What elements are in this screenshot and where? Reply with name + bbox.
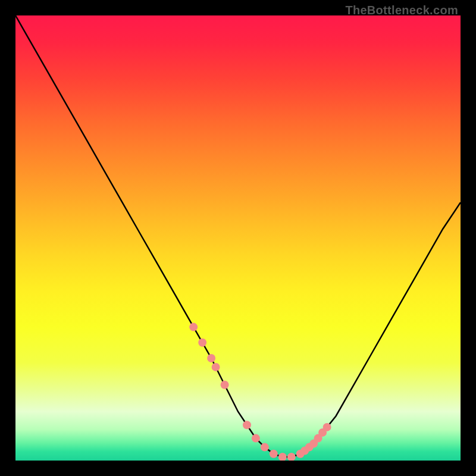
curve-markers — [189, 323, 331, 461]
chart-svg — [15, 15, 461, 461]
bottleneck-curve — [15, 15, 461, 457]
curve-marker — [261, 443, 269, 452]
curve-marker — [207, 354, 215, 362]
curve-marker — [212, 363, 220, 371]
curve-marker — [270, 450, 278, 458]
curve-marker — [189, 323, 198, 331]
curve-marker — [221, 381, 229, 389]
chart-frame: TheBottleneck.com — [0, 0, 476, 476]
curve-marker — [323, 423, 331, 431]
plot-area — [15, 15, 461, 461]
curve-marker — [243, 421, 251, 429]
curve-marker — [252, 434, 260, 443]
curve-marker — [278, 453, 287, 461]
watermark-text: TheBottleneck.com — [345, 4, 458, 17]
curve-marker — [198, 339, 206, 347]
curve-marker — [287, 453, 296, 461]
